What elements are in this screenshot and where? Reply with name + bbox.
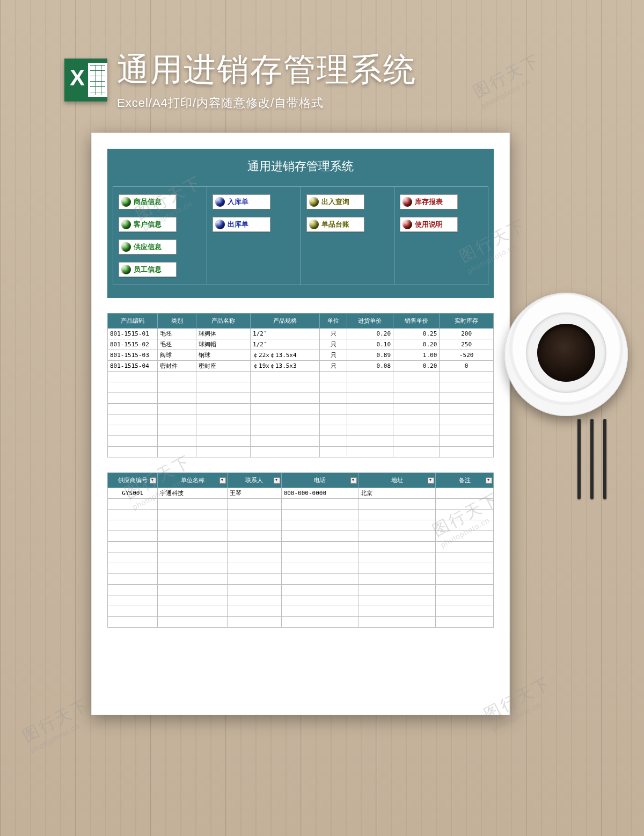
button-label: 客户信息 xyxy=(134,220,162,229)
sub-title: Excel/A4打印/内容随意修改/自带格式 xyxy=(117,95,416,111)
document-page: 通用进销存管理系统 商品信息客户信息供应信息员工信息入库单出库单出入查询单品台账… xyxy=(91,133,510,715)
col-header[interactable]: 联系人 xyxy=(227,473,281,488)
col-header[interactable]: 地址 xyxy=(358,473,436,488)
orb-icon xyxy=(402,220,412,229)
menu-button-出库单[interactable]: 出库单 xyxy=(213,217,270,232)
col-header: 产品规格 xyxy=(251,314,320,329)
menu-button-出入查询[interactable]: 出入查询 xyxy=(306,194,364,209)
table-row xyxy=(108,520,494,531)
menu-button-库存报表[interactable]: 库存报表 xyxy=(400,194,458,209)
table-row xyxy=(108,372,494,382)
orb-icon xyxy=(121,242,131,252)
coffee-cup-decoration xyxy=(504,293,628,416)
menu-button-供应信息[interactable]: 供应信息 xyxy=(119,239,177,255)
products-table-wrap: 产品编码类别产品名称产品规格单位进货单价销售单价实时库存801-1515-01毛… xyxy=(107,313,494,457)
col-header[interactable]: 供应商编号 xyxy=(108,473,158,488)
table-row xyxy=(108,595,494,606)
menu-button-入库单[interactable]: 入库单 xyxy=(213,194,270,209)
table-row xyxy=(108,617,494,628)
table-row xyxy=(108,393,494,404)
panel-column: 商品信息客户信息供应信息员工信息 xyxy=(113,187,207,285)
table-row xyxy=(108,436,494,447)
col-header: 产品名称 xyxy=(196,314,251,329)
col-header: 销售单价 xyxy=(393,314,440,329)
table-row xyxy=(108,404,494,415)
orb-icon xyxy=(121,220,131,229)
button-label: 单品台账 xyxy=(321,220,349,229)
col-header[interactable]: 单位名称 xyxy=(158,473,227,488)
orb-icon xyxy=(121,197,131,207)
col-header: 单位 xyxy=(320,314,347,329)
filter-dropdown-icon[interactable] xyxy=(428,477,434,484)
orb-icon xyxy=(215,220,225,229)
suppliers-table: 供应商编号单位名称联系人电话地址备注GYS001宇通科技王琴000-000-00… xyxy=(107,472,494,628)
filter-dropdown-icon[interactable] xyxy=(150,477,156,484)
menu-button-单品台账[interactable]: 单品台账 xyxy=(306,217,364,232)
menu-button-客户信息[interactable]: 客户信息 xyxy=(119,217,177,232)
orb-icon xyxy=(402,197,412,207)
panel-column: 出入查询单品台账 xyxy=(301,187,395,285)
products-table: 产品编码类别产品名称产品规格单位进货单价销售单价实时库存801-1515-01毛… xyxy=(107,313,494,457)
col-header: 实时库存 xyxy=(440,314,494,329)
col-header: 类别 xyxy=(158,314,196,329)
table-row xyxy=(108,415,494,425)
panel-column: 库存报表使用说明 xyxy=(394,187,488,285)
suppliers-table-wrap: 供应商编号单位名称联系人电话地址备注GYS001宇通科技王琴000-000-00… xyxy=(107,472,494,628)
button-label: 使用说明 xyxy=(415,220,443,229)
panel-title: 通用进销存管理系统 xyxy=(113,158,488,175)
orb-icon xyxy=(309,197,319,207)
orb-icon xyxy=(121,265,131,274)
button-label: 商品信息 xyxy=(134,197,162,207)
col-header: 进货单价 xyxy=(347,314,393,329)
table-row xyxy=(108,542,494,553)
filter-dropdown-icon[interactable] xyxy=(486,477,492,484)
table-row: 801-1515-04密封件密封座￠19x￠13.5x3只0.080.200 xyxy=(108,361,494,372)
table-row: GYS001宇通科技王琴000-000-0000北京 xyxy=(108,488,494,499)
table-row xyxy=(108,425,494,436)
table-row xyxy=(108,563,494,574)
panel-column: 入库单出库单 xyxy=(207,187,301,285)
menu-button-商品信息[interactable]: 商品信息 xyxy=(119,194,177,209)
table-row xyxy=(108,382,494,393)
col-header: 产品编码 xyxy=(108,314,158,329)
orb-icon xyxy=(309,220,319,229)
table-row xyxy=(108,606,494,617)
table-row xyxy=(108,553,494,563)
table-row xyxy=(108,574,494,585)
table-row xyxy=(108,447,494,457)
page-header: 通用进销存管理系统 Excel/A4打印/内容随意修改/自带格式 xyxy=(0,0,644,122)
button-label: 员工信息 xyxy=(134,265,162,274)
button-label: 出入查询 xyxy=(321,197,349,207)
table-row xyxy=(108,510,494,520)
filter-dropdown-icon[interactable] xyxy=(350,477,357,484)
button-label: 入库单 xyxy=(228,197,248,207)
excel-icon xyxy=(64,59,107,101)
menu-button-员工信息[interactable]: 员工信息 xyxy=(119,262,177,277)
table-row: 801-1515-01毛坯球阀体1/2″只0.200.25200 xyxy=(108,329,494,339)
col-header[interactable]: 电话 xyxy=(281,473,358,488)
table-row: 801-1515-03阀球钢球￠22x￠13.5x4只0.891.00-520 xyxy=(108,350,494,361)
filter-dropdown-icon[interactable] xyxy=(274,477,280,484)
orb-icon xyxy=(215,197,225,207)
menu-panel: 通用进销存管理系统 商品信息客户信息供应信息员工信息入库单出库单出入查询单品台账… xyxy=(107,149,494,298)
table-row: 801-1515-02毛坯球阀帽1/2″只0.100.20250 xyxy=(108,339,494,350)
col-header[interactable]: 备注 xyxy=(436,473,494,488)
button-label: 出库单 xyxy=(228,220,248,229)
filter-dropdown-icon[interactable] xyxy=(219,477,226,484)
table-row xyxy=(108,585,494,595)
table-row xyxy=(108,499,494,510)
button-label: 库存报表 xyxy=(415,197,443,207)
table-row xyxy=(108,531,494,542)
button-label: 供应信息 xyxy=(134,242,162,252)
pens-decoration xyxy=(577,419,606,499)
main-title: 通用进销存管理系统 xyxy=(117,48,416,92)
menu-button-使用说明[interactable]: 使用说明 xyxy=(400,217,458,232)
